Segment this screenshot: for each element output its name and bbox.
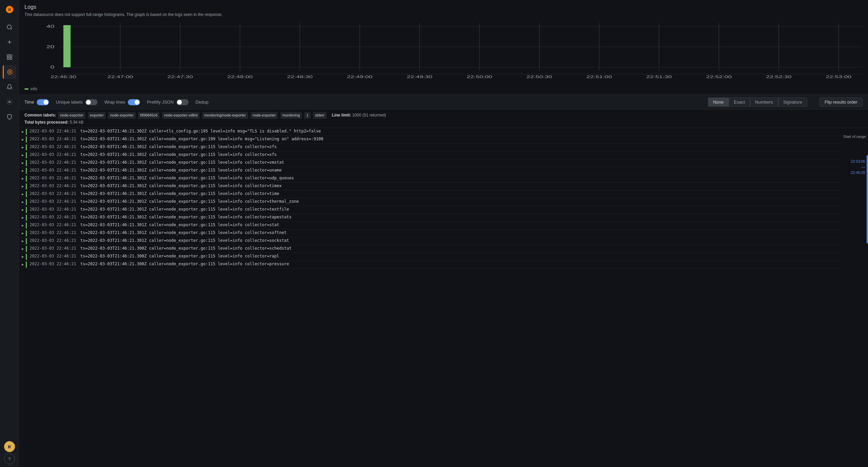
log-content: ts=2022-03-03T21:46:21.301Z caller=node_… xyxy=(80,238,841,243)
log-content: ts=2022-03-03T21:46:21.300Z caller=node_… xyxy=(80,262,841,266)
unique-labels-toggle[interactable] xyxy=(85,99,98,105)
sidebar-item-alerts[interactable] xyxy=(3,80,16,94)
log-expand-icon[interactable]: ▶ xyxy=(22,145,24,149)
label-tag-4: node-exporter-vd8nl xyxy=(162,112,199,119)
time-label: Time xyxy=(24,100,34,105)
svg-text:22:53:00: 22:53:00 xyxy=(826,75,852,79)
log-level-bar xyxy=(26,262,27,268)
line-limit-heading: Line limit: xyxy=(332,113,351,118)
log-expand-icon[interactable]: ▶ xyxy=(22,138,24,141)
log-row[interactable]: ▶ 2022-03-03 22:46:21 ts=2022-03-03T21:4… xyxy=(19,206,841,214)
log-content: ts=2022-03-03T21:46:21.301Z caller=node_… xyxy=(80,199,841,204)
log-row[interactable]: ▶ 2022-03-03 22:46:21 ts=2022-03-03T21:4… xyxy=(19,151,841,159)
log-expand-icon[interactable]: ▶ xyxy=(22,255,24,258)
log-level-bar xyxy=(26,144,27,150)
dedup-exact-button[interactable]: Exact xyxy=(729,97,750,107)
dedup-numbers-button[interactable]: Numbers xyxy=(750,97,778,107)
prettify-json-control: Prettify JSON xyxy=(147,99,189,105)
time-control: Time xyxy=(24,99,49,105)
sidebar-item-explore[interactable] xyxy=(3,65,16,79)
label-tag-2: node-exporter xyxy=(108,112,136,119)
sidebar-item-help[interactable]: ? xyxy=(4,453,15,464)
log-expand-icon[interactable]: ▶ xyxy=(22,247,24,251)
logs-title: Logs xyxy=(19,0,868,12)
log-time: 2022-03-03 22:46:21 xyxy=(30,176,76,180)
dedup-none-button[interactable]: None xyxy=(708,97,729,107)
svg-rect-16 xyxy=(63,25,70,67)
log-expand-icon[interactable]: ▶ xyxy=(22,177,24,180)
sidebar-item-user[interactable]: H xyxy=(4,441,15,452)
svg-text:22:48:30: 22:48:30 xyxy=(287,75,313,79)
svg-text:22:49:00: 22:49:00 xyxy=(347,75,373,79)
log-content: ts=2022-03-03T21:46:21.301Z caller=node_… xyxy=(80,207,841,212)
log-expand-icon[interactable]: ▶ xyxy=(22,153,24,157)
total-bytes-heading: Total bytes processed: xyxy=(24,120,69,125)
histogram-chart: 40 20 0 22:46:30 xyxy=(24,20,863,84)
log-content: ts=2022-03-03T21:46:21.301Z caller=node_… xyxy=(80,222,841,227)
sidebar-item-dashboards[interactable] xyxy=(3,50,16,64)
log-expand-icon[interactable]: ▶ xyxy=(22,130,24,133)
log-content: ts=2022-03-03T21:46:21.301Z caller=node_… xyxy=(80,230,841,235)
log-level-bar xyxy=(26,191,27,197)
log-row[interactable]: ▶ 2022-03-03 22:46:21 ts=2022-03-03T21:4… xyxy=(19,183,841,191)
svg-point-6 xyxy=(7,70,12,74)
log-expand-icon[interactable]: ▶ xyxy=(22,263,24,266)
log-time: 2022-03-03 22:46:21 xyxy=(30,230,76,235)
sidebar-item-search[interactable] xyxy=(3,20,16,34)
sidebar-item-settings[interactable] xyxy=(3,95,16,109)
wrap-lines-toggle[interactable] xyxy=(128,99,140,105)
svg-text:20: 20 xyxy=(47,44,55,49)
chart-legend: info xyxy=(24,85,863,91)
log-content: ts=2022-03-03T21:46:21.301Z caller=node_… xyxy=(80,215,841,219)
label-tag-0: node-exporter xyxy=(58,112,86,119)
flip-results-button[interactable]: Flip results order xyxy=(819,97,863,107)
log-row[interactable]: ▶ 2022-03-03 22:46:21 ts=2022-03-03T21:4… xyxy=(19,175,841,183)
log-level-bar xyxy=(26,168,27,174)
dedup-signature-button[interactable]: Signature xyxy=(778,97,808,107)
log-content: ts=2022-03-03T21:46:21.302Z caller=tls_c… xyxy=(80,129,841,133)
range-sidebar: Start of range 22:53:06 — 22:46:20 xyxy=(841,128,868,467)
sidebar-item-shield[interactable] xyxy=(3,110,16,124)
log-expand-icon[interactable]: ▶ xyxy=(22,184,24,188)
log-level-bar xyxy=(26,222,27,229)
log-expand-icon[interactable]: ▶ xyxy=(22,169,24,173)
logs-panel: Logs This datasource does not support fu… xyxy=(19,0,868,467)
svg-text:22:46:30: 22:46:30 xyxy=(51,75,76,79)
log-level-bar xyxy=(26,215,27,221)
dedup-group: None Exact Numbers Signature xyxy=(708,97,807,107)
log-row[interactable]: ▶ 2022-03-03 22:46:21 ts=2022-03-03T21:4… xyxy=(19,261,841,269)
svg-text:22:47:00: 22:47:00 xyxy=(107,75,133,79)
svg-text:22:50:00: 22:50:00 xyxy=(467,75,492,79)
log-expand-icon[interactable]: ▶ xyxy=(22,192,24,196)
log-row[interactable]: ▶ 2022-03-03 22:46:21 ts=2022-03-03T21:4… xyxy=(19,167,841,175)
log-expand-icon[interactable]: ▶ xyxy=(22,231,24,235)
wrap-lines-control: Wrap lines xyxy=(104,99,140,105)
log-expand-icon[interactable]: ▶ xyxy=(22,239,24,243)
log-row[interactable]: ▶ 2022-03-03 22:46:21 ts=2022-03-03T21:4… xyxy=(19,237,841,245)
prettify-json-toggle[interactable] xyxy=(176,99,189,105)
log-expand-icon[interactable]: ▶ xyxy=(22,200,24,204)
prettify-json-knob xyxy=(177,100,182,105)
log-row[interactable]: ▶ 2022-03-03 22:46:21 ts=2022-03-03T21:4… xyxy=(19,191,841,198)
log-row[interactable]: ▶ 2022-03-03 22:46:21 ts=2022-03-03T21:4… xyxy=(19,245,841,253)
log-expand-icon[interactable]: ▶ xyxy=(22,223,24,227)
common-labels-heading: Common labels: xyxy=(24,113,56,118)
log-expand-icon[interactable]: ▶ xyxy=(22,216,24,219)
logo-icon[interactable] xyxy=(3,3,16,16)
log-expand-icon[interactable]: ▶ xyxy=(22,161,24,165)
log-row[interactable]: ▶ 2022-03-03 22:46:21 ts=2022-03-03T21:4… xyxy=(19,159,841,167)
log-level-bar xyxy=(26,230,27,236)
log-row[interactable]: ▶ 2022-03-03 22:46:21 ts=2022-03-03T21:4… xyxy=(19,222,841,230)
log-row[interactable]: ▶ 2022-03-03 22:46:21 ts=2022-03-03T21:4… xyxy=(19,144,841,151)
log-row[interactable]: ▶ 2022-03-03 22:46:21 ts=2022-03-03T21:4… xyxy=(19,128,841,136)
svg-text:22:51:30: 22:51:30 xyxy=(646,75,672,79)
time-toggle[interactable] xyxy=(37,99,49,105)
log-row[interactable]: ▶ 2022-03-03 22:46:21 ts=2022-03-03T21:4… xyxy=(19,198,841,206)
log-row[interactable]: ▶ 2022-03-03 22:46:21 ts=2022-03-03T21:4… xyxy=(19,214,841,222)
log-time: 2022-03-03 22:46:21 xyxy=(30,246,76,251)
log-row[interactable]: ▶ 2022-03-03 22:46:21 ts=2022-03-03T21:4… xyxy=(19,136,841,144)
log-row[interactable]: ▶ 2022-03-03 22:46:21 ts=2022-03-03T21:4… xyxy=(19,253,841,261)
sidebar-item-add[interactable] xyxy=(3,35,16,49)
log-expand-icon[interactable]: ▶ xyxy=(22,208,24,212)
log-row[interactable]: ▶ 2022-03-03 22:46:21 ts=2022-03-03T21:4… xyxy=(19,230,841,237)
